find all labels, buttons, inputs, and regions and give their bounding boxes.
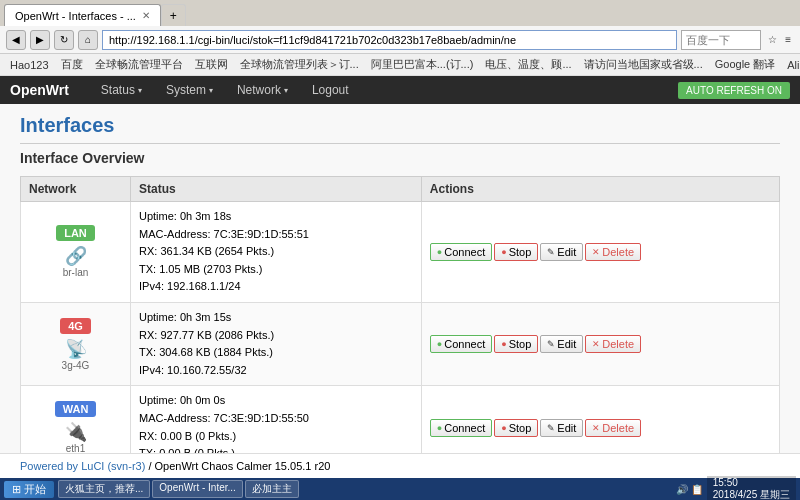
bookmark-voltage[interactable]: 电压、温度、顾... xyxy=(481,56,575,73)
search-bar[interactable] xyxy=(681,30,761,50)
tab-close-button[interactable]: ✕ xyxy=(142,10,150,21)
iface-badge: WAN xyxy=(55,401,97,417)
iface-icon: 🔌 xyxy=(29,421,122,443)
iface-badge: LAN xyxy=(56,225,95,241)
stop-button-icon: ● xyxy=(501,247,506,257)
start-button[interactable]: ⊞ 开始 xyxy=(4,481,54,498)
iface-icon: 🔗 xyxy=(29,245,122,267)
connect-button[interactable]: ●Connect xyxy=(430,243,492,261)
back-button[interactable]: ◀ xyxy=(6,30,26,50)
delete-button[interactable]: ✕Delete xyxy=(585,335,641,353)
delete-button-icon: ✕ xyxy=(592,339,600,349)
status-cell: Uptime: 0h 3m 18sMAC-Address: 7C:3E:9D:1… xyxy=(131,202,422,303)
nav-icons: ☆ ≡ xyxy=(765,33,794,46)
footer-text: / OpenWrt Chaos Calmer 15.05.1 r20 xyxy=(148,460,330,472)
stop-button[interactable]: ●Stop xyxy=(494,243,538,261)
table-row: 4G📡3g-4GUptime: 0h 3m 15sRX: 927.77 KB (… xyxy=(21,302,780,385)
col-status: Status xyxy=(131,177,422,202)
nav-bar: ◀ ▶ ↻ ⌂ ☆ ≡ xyxy=(0,26,800,54)
stop-button[interactable]: ●Stop xyxy=(494,335,538,353)
delete-button[interactable]: ✕Delete xyxy=(585,419,641,437)
openwrt-nav: Status▾ System▾ Network▾ Logout xyxy=(89,76,361,104)
edit-button-icon: ✎ xyxy=(547,423,555,433)
bookmark-internet[interactable]: 互联网 xyxy=(191,56,232,73)
network-cell: WAN🔌eth1 xyxy=(21,386,131,453)
delete-button-icon: ✕ xyxy=(592,423,600,433)
status-cell: Uptime: 0h 0m 0sMAC-Address: 7C:3E:9D:1D… xyxy=(131,386,422,453)
nav-system[interactable]: System▾ xyxy=(154,76,225,104)
nav-network[interactable]: Network▾ xyxy=(225,76,300,104)
delete-button[interactable]: ✕Delete xyxy=(585,243,641,261)
nav-status[interactable]: Status▾ xyxy=(89,76,154,104)
edit-button-icon: ✎ xyxy=(547,247,555,257)
bookmark-gtranslate[interactable]: Google 翻译 xyxy=(711,56,780,73)
iface-name: br-lan xyxy=(29,267,122,278)
connect-button-icon: ● xyxy=(437,247,442,257)
bookmarks-bar: Hao123 百度 全球畅流管理平台 互联网 全球物流管理列表＞订... 阿里巴… xyxy=(0,54,800,76)
edit-button[interactable]: ✎Edit xyxy=(540,335,583,353)
taskbar-items: 火狐主页，推荐... OpenWrt - Inter... 必加主主 xyxy=(58,480,676,498)
edit-button[interactable]: ✎Edit xyxy=(540,419,583,437)
actions-cell: ●Connect●Stop✎Edit✕Delete xyxy=(421,302,779,385)
taskbar-right: 🔊 📋 15:50 2018/4/25 星期三 xyxy=(676,476,796,501)
network-cell: 4G📡3g-4G xyxy=(21,302,131,385)
bookmark-alibaba-mfr[interactable]: Alibaba Manufactu... xyxy=(783,58,800,72)
network-cell: LAN🔗br-lan xyxy=(21,202,131,303)
tab-title: OpenWrt - Interfaces - ... xyxy=(15,10,136,22)
address-bar[interactable] xyxy=(102,30,677,50)
actions-cell: ●Connect●Stop✎Edit✕Delete xyxy=(421,386,779,453)
taskbar-icons: 🔊 📋 xyxy=(676,484,703,495)
menu-icon[interactable]: ≡ xyxy=(782,33,794,46)
openwrt-header: OpenWrt Status▾ System▾ Network▾ Logout … xyxy=(0,76,800,104)
taskbar-item-firefox[interactable]: 火狐主页，推荐... xyxy=(58,480,150,498)
iface-icon: 📡 xyxy=(29,338,122,360)
status-cell: Uptime: 0h 3m 15sRX: 927.77 KB (2086 Pkt… xyxy=(131,302,422,385)
taskbar-item-openwrt[interactable]: OpenWrt - Inter... xyxy=(152,480,243,498)
iface-name: eth1 xyxy=(29,443,122,453)
bookmark-mgmt[interactable]: 全球畅流管理平台 xyxy=(91,56,187,73)
taskbar-item-bijia[interactable]: 必加主主 xyxy=(245,480,299,498)
iface-name: 3g-4G xyxy=(29,360,122,371)
taskbar: ⊞ 开始 火狐主页，推荐... OpenWrt - Inter... 必加主主 … xyxy=(0,478,800,500)
home-button[interactable]: ⌂ xyxy=(78,30,98,50)
date-display: 2018/4/25 星期三 xyxy=(713,488,790,501)
tab-bar: OpenWrt - Interfaces - ... ✕ + xyxy=(0,0,800,26)
new-tab-button[interactable]: + xyxy=(161,4,186,26)
nav-logout[interactable]: Logout xyxy=(300,76,361,104)
active-tab[interactable]: OpenWrt - Interfaces - ... ✕ xyxy=(4,4,161,26)
bookmark-hao123[interactable]: Hao123 xyxy=(6,58,53,72)
connect-button-icon: ● xyxy=(437,339,442,349)
refresh-button[interactable]: ↻ xyxy=(54,30,74,50)
col-network: Network xyxy=(21,177,131,202)
stop-button-icon: ● xyxy=(501,339,506,349)
bookmark-orders[interactable]: 全球物流管理列表＞订... xyxy=(236,56,363,73)
actions-cell: ●Connect●Stop✎Edit✕Delete xyxy=(421,202,779,303)
start-label: 开始 xyxy=(24,482,46,497)
connect-button[interactable]: ●Connect xyxy=(430,335,492,353)
forward-button[interactable]: ▶ xyxy=(30,30,50,50)
edit-button-icon: ✎ xyxy=(547,339,555,349)
connect-button[interactable]: ●Connect xyxy=(430,419,492,437)
col-actions: Actions xyxy=(421,177,779,202)
stop-button[interactable]: ●Stop xyxy=(494,419,538,437)
section-title: Interface Overview xyxy=(20,150,780,166)
table-row: WAN🔌eth1Uptime: 0h 0m 0sMAC-Address: 7C:… xyxy=(21,386,780,453)
iface-badge: 4G xyxy=(60,318,91,334)
connect-button-icon: ● xyxy=(437,423,442,433)
bookmark-baidu[interactable]: 百度 xyxy=(57,56,87,73)
openwrt-logo: OpenWrt xyxy=(10,82,69,98)
interfaces-table: Network Status Actions LAN🔗br-lanUptime:… xyxy=(20,176,780,453)
footer-bar: Powered by LuCI (svn-r3) / OpenWrt Chaos… xyxy=(0,453,800,478)
footer-link[interactable]: Powered by LuCI (svn-r3) xyxy=(20,460,145,472)
edit-button[interactable]: ✎Edit xyxy=(540,243,583,261)
page-main: Interfaces Interface Overview Network St… xyxy=(0,104,800,478)
bookmark-alibaba-rich[interactable]: 阿里巴巴富本...(订...) xyxy=(367,56,478,73)
star-icon[interactable]: ☆ xyxy=(765,33,780,46)
stop-button-icon: ● xyxy=(501,423,506,433)
table-row: LAN🔗br-lanUptime: 0h 3m 18sMAC-Address: … xyxy=(21,202,780,303)
bookmark-visit[interactable]: 请访问当地国家或省级... xyxy=(580,56,707,73)
taskbar-time: 15:50 2018/4/25 星期三 xyxy=(707,476,796,501)
delete-button-icon: ✕ xyxy=(592,247,600,257)
scrollable-content: Interfaces Interface Overview Network St… xyxy=(0,104,800,453)
auto-refresh-badge[interactable]: AUTO REFRESH ON xyxy=(678,82,790,99)
